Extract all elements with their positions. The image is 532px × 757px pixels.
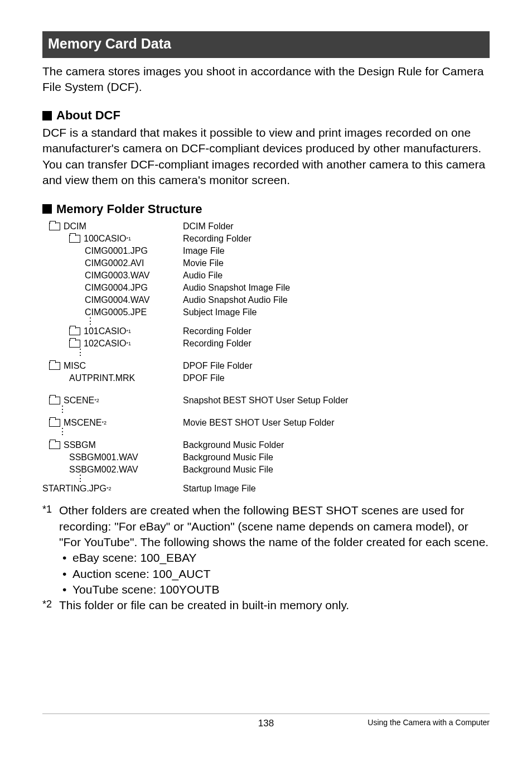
subhead-memory-structure: Memory Folder Structure	[42, 201, 490, 218]
tree-desc: Subject Image File	[183, 306, 257, 319]
tree-label: STARTING.JPG	[42, 483, 107, 495]
superscript: *1	[126, 235, 131, 242]
vertical-dots-icon: ⋮	[42, 407, 490, 413]
chapter-title: Using the Camera with a Computer	[367, 717, 490, 728]
tree-label: 101CASIO	[84, 325, 126, 337]
page-number: 138	[258, 717, 274, 730]
folder-icon	[49, 362, 60, 370]
folder-tree: DCIM DCIM Folder 100CASIO *1 Recording F…	[42, 220, 490, 495]
bullet-dot-icon: •	[62, 582, 72, 597]
tree-label: MSCENE	[64, 417, 101, 429]
bullet-text: YouTube scene: 100YOUTB	[72, 582, 219, 597]
footnotes: *1 Other folders are created when the fo…	[42, 503, 490, 613]
superscript: *2	[94, 397, 99, 404]
note-text: This folder or file can be created in bu…	[59, 597, 490, 613]
tree-label: DCIM	[64, 220, 86, 233]
tree-desc: Recording Folder	[183, 325, 252, 337]
bullet-text: eBay scene: 100_EBAY	[72, 550, 197, 566]
bullet-dot-icon: •	[62, 550, 72, 566]
section-title: Memory Card Data	[48, 36, 171, 51]
bullet-dot-icon: •	[62, 566, 72, 582]
folder-icon	[49, 397, 60, 404]
tree-label: 102CASIO	[84, 337, 126, 350]
tree-desc: Background Music File	[183, 451, 273, 464]
page-footer: 138 Using the Camera with a Computer	[42, 713, 490, 728]
tree-desc: Audio Snapshot Audio File	[183, 294, 288, 306]
tree-desc: Recording Folder	[183, 233, 252, 245]
tree-desc: Audio File	[183, 269, 223, 282]
note-marker: *1	[42, 503, 59, 550]
tree-label: CIMG0001.JPG	[85, 245, 148, 257]
tree-desc: Movie File	[183, 257, 224, 269]
subhead-text: Memory Folder Structure	[56, 201, 202, 218]
folder-icon	[49, 223, 60, 230]
folder-icon	[69, 235, 80, 243]
tree-desc: DPOF File	[183, 372, 225, 384]
square-bullet-icon	[42, 111, 52, 120]
folder-icon	[69, 327, 80, 335]
bullet-text: Auction scene: 100_AUCT	[72, 566, 210, 582]
vertical-dots-icon: ⋮	[42, 429, 490, 436]
tree-label: CIMG0003.WAV	[85, 269, 149, 282]
intro-text: The camera stores images you shoot in ac…	[42, 64, 490, 95]
tree-label: CIMG0005.JPE	[85, 306, 147, 319]
superscript: *2	[107, 485, 112, 492]
note-marker: *2	[42, 597, 59, 613]
tree-label: AUTPRINT.MRK	[69, 372, 135, 384]
folder-icon	[69, 340, 80, 348]
tree-desc: Snapshot BEST SHOT User Setup Folder	[183, 394, 348, 407]
superscript: *2	[101, 420, 107, 426]
tree-label: SCENE	[64, 394, 94, 407]
tree-label: CIMG0004.JPG	[85, 282, 148, 294]
tree-desc: DPOF File Folder	[183, 360, 252, 372]
superscript: *1	[126, 328, 131, 335]
tree-desc: Startup Image File	[183, 483, 256, 495]
subhead-text: About DCF	[56, 107, 120, 124]
about-dcf-text: DCF is a standard that makes it possible…	[42, 125, 490, 188]
section-header: Memory Card Data	[42, 31, 490, 58]
square-bullet-icon	[42, 204, 52, 214]
tree-label: 100CASIO	[84, 233, 126, 245]
tree-label: SSBGM	[64, 439, 96, 451]
tree-label: CIMG0002.AVI	[85, 257, 144, 269]
tree-desc: Image File	[183, 245, 225, 257]
tree-label: CIMG0004.WAV	[85, 294, 149, 306]
tree-desc: Recording Folder	[183, 337, 252, 350]
tree-desc: Audio Snapshot Image File	[183, 282, 290, 294]
vertical-dots-icon: ⋮	[42, 350, 490, 356]
tree-label: SSBGM001.WAV	[69, 451, 138, 464]
vertical-dots-icon: ⋮	[42, 476, 490, 483]
superscript: *1	[126, 340, 131, 347]
subhead-about-dcf: About DCF	[42, 107, 490, 124]
tree-desc: Background Music Folder	[183, 439, 284, 451]
folder-icon	[49, 419, 60, 427]
vertical-dots-icon: ⋮	[42, 319, 490, 325]
tree-label: MISC	[64, 360, 86, 372]
note-text: Other folders are created when the follo…	[59, 503, 490, 550]
tree-desc: Movie BEST SHOT User Setup Folder	[183, 417, 335, 429]
folder-icon	[49, 441, 60, 449]
tree-desc: Background Music File	[183, 464, 273, 476]
tree-desc: DCIM Folder	[183, 220, 234, 233]
